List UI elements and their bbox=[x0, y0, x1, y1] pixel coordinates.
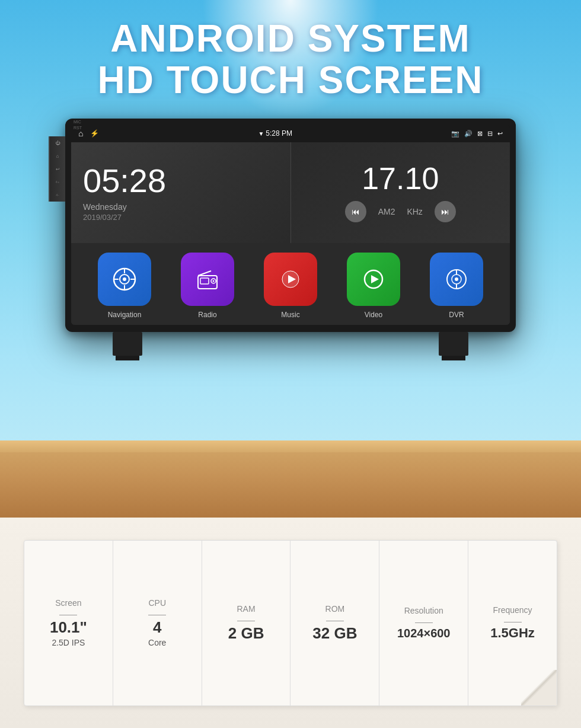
spec-resolution-value: 1024×600 bbox=[397, 627, 451, 640]
svg-point-6 bbox=[123, 277, 126, 281]
radio-frequency-display: 17.10 bbox=[362, 163, 439, 194]
window-status-icon: ⊟ bbox=[487, 130, 493, 138]
vol-up-side-button[interactable]: 4+ bbox=[49, 175, 65, 189]
wifi-icon: ▼ bbox=[258, 130, 266, 137]
spec-screen-value: 10.1" bbox=[50, 619, 87, 636]
specs-section: Screen 10.1" 2.5D IPS CPU 4 Core RAM 2 G… bbox=[0, 518, 581, 728]
spec-cpu-sub: Core bbox=[148, 638, 166, 647]
spec-screen: Screen 10.1" 2.5D IPS bbox=[24, 541, 113, 705]
headline-line2: HD TOUCH SCREEN bbox=[0, 59, 581, 101]
back-side-button[interactable]: ↩ bbox=[49, 162, 65, 175]
spec-cpu-divider bbox=[148, 615, 166, 615]
spec-resolution: Resolution 1024×600 bbox=[379, 541, 468, 705]
radio-unit-display: KHz bbox=[407, 207, 422, 216]
radio-next-button[interactable]: ⏭ bbox=[435, 201, 456, 222]
spec-screen-sub: 2.5D IPS bbox=[52, 638, 85, 647]
status-bar-left: ⌂ ⚡ bbox=[78, 129, 99, 138]
music-app-label: Music bbox=[281, 311, 299, 319]
display-status-icon: ⊠ bbox=[477, 130, 483, 138]
spec-screen-label: Screen bbox=[55, 598, 81, 608]
mic-label: MIC bbox=[74, 120, 81, 124]
spec-cpu: CPU 4 Core bbox=[113, 541, 202, 705]
specs-card: Screen 10.1" 2.5D IPS CPU 4 Core RAM 2 G… bbox=[24, 540, 557, 706]
headline-line1: ANDROID SYSTEM bbox=[0, 18, 581, 59]
volume-status-icon: 🔊 bbox=[464, 130, 473, 138]
radio-app-icon[interactable] bbox=[181, 253, 234, 306]
clock-time-display: 05:28 bbox=[83, 164, 279, 197]
spec-rom: ROM 32 GB bbox=[290, 541, 379, 705]
svg-rect-8 bbox=[200, 278, 209, 284]
video-app-label: Video bbox=[365, 311, 382, 319]
back-status-icon[interactable]: ↩ bbox=[497, 130, 503, 138]
vol-down-side-button[interactable]: 4- bbox=[49, 189, 65, 202]
svg-point-11 bbox=[213, 280, 215, 282]
spec-frequency-value: 1.5GHz bbox=[490, 626, 535, 640]
home-icon[interactable]: ⌂ bbox=[78, 129, 83, 138]
dvr-app-label: DVR bbox=[449, 311, 464, 319]
spec-cpu-label: CPU bbox=[148, 598, 166, 608]
status-bar-center: ▼ 5:28 PM bbox=[99, 129, 451, 138]
app-item-music[interactable]: Music bbox=[264, 253, 317, 319]
spec-rom-value: 32 GB bbox=[312, 625, 357, 642]
video-app-icon[interactable] bbox=[347, 253, 400, 306]
clock-day-display: Wednesday bbox=[83, 202, 279, 212]
radio-band-display: AM2 bbox=[378, 207, 395, 216]
navigation-app-label: Navigation bbox=[108, 311, 142, 319]
radio-app-label: Radio bbox=[198, 311, 216, 319]
status-time: 5:28 PM bbox=[266, 129, 292, 138]
music-app-icon[interactable] bbox=[264, 253, 317, 306]
dvr-app-icon[interactable] bbox=[430, 253, 483, 306]
status-bar: ⌂ ⚡ ▼ 5:28 PM 📷 🔊 ⊠ ⊟ ↩ bbox=[71, 124, 510, 142]
home-side-button[interactable]: ⌂ bbox=[49, 149, 65, 162]
app-item-navigation[interactable]: Navigation bbox=[98, 253, 151, 319]
spec-cpu-value: 4 bbox=[153, 619, 161, 636]
spec-resolution-divider bbox=[415, 622, 433, 623]
device-wrapper: MIC RST ⏻ ⌂ ↩ 4+ 4- ⌂ ⚡ ▼ 5:28 PM bbox=[65, 119, 516, 356]
desk-surface bbox=[0, 440, 581, 518]
main-content-area: 05:28 Wednesday 2019/03/27 17.10 ⏮ AM2 K… bbox=[71, 142, 510, 325]
headline-section: ANDROID SYSTEM HD TOUCH SCREEN bbox=[0, 18, 581, 101]
spec-rom-label: ROM bbox=[325, 604, 345, 614]
radio-prev-button[interactable]: ⏮ bbox=[345, 201, 366, 222]
spec-rom-divider bbox=[326, 621, 344, 621]
spec-ram: RAM 2 GB bbox=[202, 541, 291, 705]
spec-screen-divider bbox=[59, 615, 77, 615]
radio-widget: 17.10 ⏮ AM2 KHz ⏭ bbox=[291, 142, 510, 243]
spec-ram-divider bbox=[237, 621, 255, 621]
device-screen: ⌂ ⚡ ▼ 5:28 PM 📷 🔊 ⊠ ⊟ ↩ bbox=[71, 124, 510, 325]
clock-widget: 05:28 Wednesday 2019/03/27 bbox=[71, 142, 291, 243]
spec-frequency-divider bbox=[504, 622, 522, 622]
spec-frequency: Frequency 1.5GHz bbox=[468, 541, 557, 705]
desk-top-surface bbox=[0, 440, 581, 452]
app-item-radio[interactable]: Radio bbox=[181, 253, 234, 319]
car-radio-device: MIC RST ⏻ ⌂ ↩ 4+ 4- ⌂ ⚡ ▼ 5:28 PM bbox=[65, 119, 516, 332]
bracket-right bbox=[439, 332, 468, 356]
spec-frequency-label: Frequency bbox=[493, 605, 532, 615]
spec-resolution-label: Resolution bbox=[404, 606, 443, 615]
app-item-video[interactable]: Video bbox=[347, 253, 400, 319]
apps-row: Navigation Radio bbox=[71, 243, 510, 325]
spec-ram-label: RAM bbox=[237, 604, 256, 614]
usb-icon: ⚡ bbox=[90, 129, 99, 138]
navigation-app-icon[interactable] bbox=[98, 253, 151, 306]
bracket-left bbox=[113, 332, 142, 356]
clock-date-display: 2019/03/27 bbox=[83, 213, 279, 222]
radio-controls: ⏮ AM2 KHz ⏭ bbox=[345, 201, 456, 222]
mounting-brackets bbox=[65, 332, 516, 356]
app-item-dvr[interactable]: DVR bbox=[430, 253, 483, 319]
camera-status-icon: 📷 bbox=[451, 130, 459, 138]
side-buttons-panel: ⏻ ⌂ ↩ 4+ 4- bbox=[49, 136, 65, 202]
svg-line-10 bbox=[198, 271, 211, 276]
rst-label: RST bbox=[74, 126, 82, 130]
widgets-row: 05:28 Wednesday 2019/03/27 17.10 ⏮ AM2 K… bbox=[71, 142, 510, 243]
spec-ram-value: 2 GB bbox=[228, 625, 264, 642]
power-side-button[interactable]: ⏻ bbox=[49, 136, 65, 149]
svg-point-16 bbox=[455, 277, 458, 281]
status-bar-right: 📷 🔊 ⊠ ⊟ ↩ bbox=[451, 130, 503, 138]
